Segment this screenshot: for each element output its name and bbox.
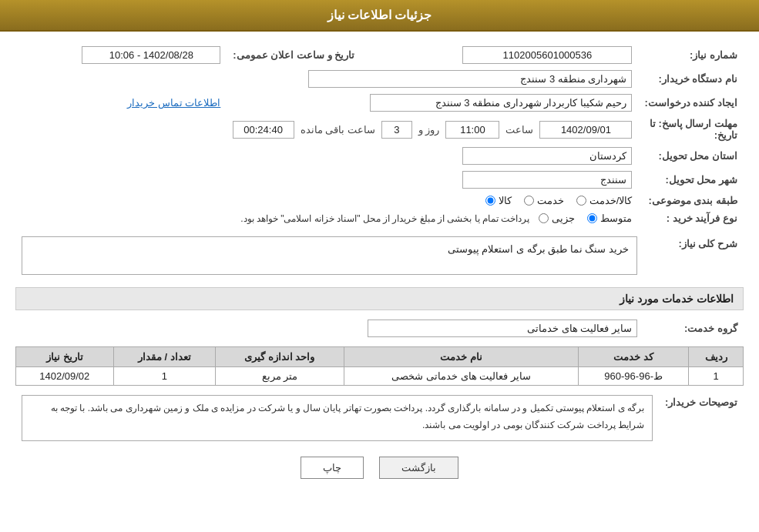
col-date: تاریخ نیاز [16, 347, 114, 367]
radio-kala-khedmat-input[interactable] [576, 196, 586, 206]
label-buyer-org: نام دستگاه خریدار: [638, 67, 744, 91]
contact-link[interactable]: اطلاعات تماس خریدار [127, 97, 220, 109]
radio-khedmat-label: خدمت [537, 195, 564, 206]
label-purchase-type: نوع فرآیند خرید : [638, 209, 744, 227]
label-province: استان محل تحویل: [638, 144, 744, 168]
remaining-box: 00:24:40 [233, 121, 294, 139]
table-cell-unit: متر مربع [215, 367, 344, 386]
radio-khedmat-input[interactable] [524, 196, 534, 206]
radio-kala-label: کالا [499, 195, 512, 206]
day-box: 3 [381, 121, 412, 139]
need-desc-area: خرید سنگ نما طبق برگه ی استعلام پیوستی [22, 236, 637, 275]
radio-khedmat: خدمت [524, 195, 564, 206]
main-content: شماره نیاز: 1102005601000536 تاریخ و ساع… [0, 32, 759, 503]
purchase-type-row: متوسط جزیی پرداخت تمام یا بخشی از مبلغ خ… [15, 209, 638, 227]
col-name: نام خدمت [344, 347, 578, 367]
page-title: جزئیات اطلاعات نیاز [327, 8, 432, 22]
table-cell-row: 1 [689, 367, 744, 386]
deadline-date-box: 1402/09/01 [539, 121, 632, 139]
need-desc-text: خرید سنگ نما طبق برگه ی استعلام پیوستی [448, 243, 629, 255]
service-group-box: سایر فعالیت های خدماتی [368, 320, 637, 337]
value-city: سنندج [15, 168, 638, 192]
value-service-group: سایر فعالیت های خدماتی [15, 316, 643, 340]
radio-kala: کالا [485, 195, 512, 206]
table-cell-date: 1402/09/02 [16, 367, 114, 386]
info-table-1: شماره نیاز: 1102005601000536 تاریخ و ساع… [15, 43, 744, 227]
radio-jozei-label: جزیی [552, 212, 575, 224]
buyer-notes-table: توصیحات خریدار: برگه ی استعلام پیوستی تک… [15, 392, 744, 444]
label-need-desc: شرح کلی نیاز: [643, 233, 744, 278]
purchase-radios: متوسط جزیی [539, 212, 632, 224]
radio-kala-khedmat: کالا/خدمت [576, 195, 633, 206]
value-buyer-org: شهرداری منطقه 3 سنندج [15, 67, 638, 91]
radio-kala-input[interactable] [485, 196, 495, 206]
creator-box: رحیم شکیبا کاربردار شهرداری منطقه 3 سنند… [370, 94, 632, 112]
button-row: بازگشت چاپ [15, 457, 744, 479]
city-box: سنندج [462, 171, 632, 189]
radio-motavasset: متوسط [587, 212, 632, 224]
need-desc-table: شرح کلی نیاز: خرید سنگ نما طبق برگه ی اس… [15, 233, 744, 278]
table-cell-code: ط-96-96-960 [579, 367, 689, 386]
category-radio-group: کالا/خدمت خدمت کالا [15, 192, 638, 209]
value-creator: رحیم شکیبا کاربردار شهرداری منطقه 3 سنند… [227, 91, 638, 115]
col-unit: واحد اندازه گیری [215, 347, 344, 367]
purchase-note: پرداخت تمام یا بخشی از مبلغ خریدار از مح… [240, 213, 529, 224]
label-category: طبقه بندی موضوعی: [638, 192, 744, 209]
deadline-row: 1402/09/01 ساعت 11:00 روز و 3 ساعت باقی … [15, 115, 638, 144]
label-time: ساعت [505, 124, 533, 136]
value-buyer-notes-cell: برگه ی استعلام پیوستی تکمیل و در سامانه … [15, 392, 659, 444]
announce-date-box: 1402/08/28 - 10:06 [82, 46, 220, 64]
print-button[interactable]: چاپ [301, 457, 364, 479]
col-qty: تعداد / مقدار [113, 347, 215, 367]
deadline-time-box: 11:00 [445, 121, 499, 139]
value-announce-date: 1402/08/28 - 10:06 [15, 43, 227, 67]
buyer-notes-box: برگه ی استعلام پیوستی تکمیل و در سامانه … [22, 395, 653, 441]
label-announce-date: تاریخ و ساعت اعلان عمومی: [227, 43, 361, 67]
page-header: جزئیات اطلاعات نیاز [0, 0, 759, 32]
label-day: روز و [418, 124, 440, 136]
category-radios: کالا/خدمت خدمت کالا [22, 195, 632, 206]
buyer-org-box: شهرداری منطقه 3 سنندج [308, 70, 632, 88]
radio-kala-khedmat-label: کالا/خدمت [589, 195, 633, 206]
value-need-number: 1102005601000536 [384, 43, 638, 67]
label-need-number: شماره نیاز: [638, 43, 744, 67]
col-row: ردیف [689, 347, 744, 367]
col-code: کد خدمت [579, 347, 689, 367]
table-row: 1ط-96-96-960سایر فعالیت های خدماتی شخصیم… [16, 367, 744, 386]
radio-jozei: جزیی [539, 212, 575, 224]
label-city: شهر محل تحویل: [638, 168, 744, 192]
label-buyer-notes: توصیحات خریدار: [659, 392, 744, 444]
label-deadline: مهلت ارسال پاسخ: تا تاریخ: [638, 115, 744, 144]
label-service-group: گروه خدمت: [643, 316, 744, 340]
radio-motavasset-input[interactable] [587, 213, 597, 223]
table-cell-quantity: 1 [113, 367, 215, 386]
label-remaining: ساعت باقی مانده [301, 124, 375, 136]
services-section-title: اطلاعات خدمات مورد نیاز [15, 287, 744, 310]
value-province: کردستان [15, 144, 638, 168]
services-data-table: ردیف کد خدمت نام خدمت واحد اندازه گیری ت… [15, 346, 744, 386]
province-box: کردستان [462, 147, 632, 165]
contact-link-cell: اطلاعات تماس خریدار [15, 91, 227, 115]
back-button[interactable]: بازگشت [379, 457, 458, 479]
need-desc-value-cell: خرید سنگ نما طبق برگه ی استعلام پیوستی [15, 233, 643, 278]
need-number-box: 1102005601000536 [462, 46, 632, 64]
service-group-table: گروه خدمت: سایر فعالیت های خدماتی [15, 316, 744, 340]
radio-jozei-input[interactable] [539, 213, 549, 223]
label-creator: ایجاد کننده درخواست: [638, 91, 744, 115]
table-cell-name: سایر فعالیت های خدماتی شخصی [344, 367, 578, 386]
page-wrapper: جزئیات اطلاعات نیاز شماره نیاز: 11020056… [0, 0, 759, 532]
radio-motavasset-label: متوسط [600, 212, 632, 224]
